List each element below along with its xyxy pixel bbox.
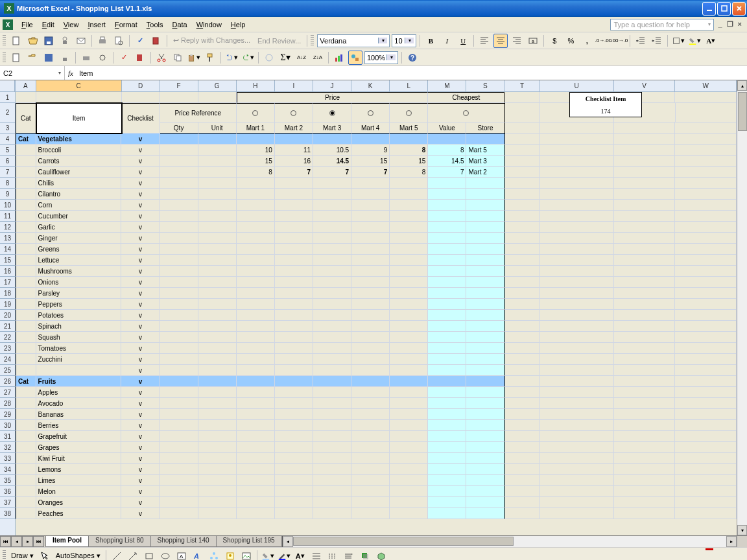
col-header-T[interactable]: T bbox=[504, 80, 540, 91]
cell[interactable] bbox=[614, 189, 676, 200]
cell[interactable] bbox=[540, 277, 614, 288]
cell[interactable] bbox=[675, 354, 737, 365]
cell[interactable] bbox=[160, 167, 198, 178]
oval-button[interactable] bbox=[158, 549, 172, 561]
cell[interactable] bbox=[505, 189, 540, 200]
cell[interactable] bbox=[275, 200, 313, 211]
cell[interactable] bbox=[351, 233, 390, 244]
price-radio[interactable] bbox=[329, 110, 335, 116]
cell[interactable] bbox=[16, 475, 36, 486]
cell[interactable] bbox=[428, 321, 466, 332]
cell[interactable]: v bbox=[121, 211, 160, 222]
cell[interactable]: Broccoli bbox=[36, 145, 122, 156]
cell[interactable] bbox=[275, 332, 313, 343]
cell[interactable] bbox=[505, 387, 540, 398]
menu-tools[interactable]: Tools bbox=[142, 19, 168, 30]
cell[interactable] bbox=[505, 244, 540, 255]
row-header[interactable]: 9 bbox=[0, 189, 15, 200]
row-header[interactable]: 13 bbox=[0, 233, 15, 244]
cell[interactable]: Cat bbox=[16, 376, 36, 387]
cell[interactable] bbox=[351, 189, 390, 200]
row-header[interactable]: 36 bbox=[0, 486, 15, 497]
cell[interactable] bbox=[614, 134, 676, 145]
textbox-button[interactable]: A bbox=[174, 549, 189, 561]
cell[interactable] bbox=[466, 134, 504, 145]
cell[interactable] bbox=[160, 354, 198, 365]
cell[interactable] bbox=[675, 497, 737, 508]
cell[interactable]: v bbox=[121, 321, 160, 332]
cell[interactable] bbox=[614, 497, 676, 508]
cell[interactable] bbox=[466, 376, 504, 387]
cell[interactable] bbox=[198, 321, 237, 332]
scroll-right-button[interactable]: ▸ bbox=[726, 536, 737, 547]
new-workbook-icon[interactable] bbox=[9, 34, 23, 48]
cell[interactable]: Cucumber bbox=[36, 211, 122, 222]
cell[interactable]: Avocado bbox=[36, 398, 122, 409]
cell[interactable] bbox=[540, 497, 614, 508]
cell[interactable]: 15 bbox=[237, 156, 275, 167]
cell[interactable] bbox=[614, 398, 676, 409]
cell[interactable] bbox=[160, 92, 198, 103]
cell[interactable] bbox=[390, 365, 428, 376]
cell[interactable] bbox=[198, 178, 237, 189]
3d-button[interactable] bbox=[374, 549, 388, 561]
cell[interactable] bbox=[466, 310, 504, 321]
cell[interactable] bbox=[614, 431, 676, 442]
cell[interactable] bbox=[614, 343, 676, 354]
cell[interactable] bbox=[466, 233, 504, 244]
cell[interactable] bbox=[160, 321, 198, 332]
menu-file[interactable]: File bbox=[17, 19, 38, 30]
cell[interactable] bbox=[16, 167, 36, 178]
cell[interactable] bbox=[198, 332, 237, 343]
cell[interactable] bbox=[16, 420, 36, 431]
cell[interactable] bbox=[237, 387, 275, 398]
cell[interactable] bbox=[198, 244, 237, 255]
cell[interactable]: Grapes bbox=[36, 442, 122, 453]
cell[interactable] bbox=[160, 277, 198, 288]
cell[interactable] bbox=[16, 431, 36, 442]
cell[interactable] bbox=[505, 508, 540, 519]
cell[interactable] bbox=[675, 211, 737, 222]
cell[interactable] bbox=[313, 321, 351, 332]
cell[interactable] bbox=[16, 310, 36, 321]
cell[interactable] bbox=[540, 288, 614, 299]
paste-button[interactable]: ▾ bbox=[187, 51, 201, 65]
cell[interactable] bbox=[390, 376, 428, 387]
cell[interactable] bbox=[428, 398, 466, 409]
cell[interactable] bbox=[540, 475, 614, 486]
cell[interactable] bbox=[16, 321, 36, 332]
cell[interactable]: v bbox=[121, 332, 160, 343]
italic-button[interactable]: I bbox=[440, 34, 454, 48]
spell-check-button[interactable]: ✓ bbox=[117, 51, 131, 65]
cell[interactable] bbox=[160, 145, 198, 156]
cell[interactable]: v bbox=[121, 222, 160, 233]
cell[interactable]: Cilantro bbox=[36, 189, 122, 200]
cell[interactable]: Cat bbox=[16, 103, 36, 134]
cell[interactable] bbox=[466, 420, 504, 431]
cell[interactable] bbox=[466, 486, 504, 497]
col-header-J[interactable]: J bbox=[313, 80, 351, 91]
cell[interactable] bbox=[351, 211, 390, 222]
cell[interactable] bbox=[198, 343, 237, 354]
cell[interactable] bbox=[198, 200, 237, 211]
cell[interactable] bbox=[160, 299, 198, 310]
cell[interactable] bbox=[275, 222, 313, 233]
cell[interactable] bbox=[198, 145, 237, 156]
tab-prev-button[interactable]: ◂ bbox=[11, 536, 22, 547]
cell[interactable] bbox=[313, 354, 351, 365]
sheet-tab[interactable]: Shopping List 140 bbox=[150, 536, 217, 547]
cell[interactable] bbox=[351, 277, 390, 288]
cell[interactable] bbox=[466, 398, 504, 409]
cell[interactable] bbox=[237, 475, 275, 486]
cell[interactable]: 7 bbox=[313, 167, 351, 178]
cell[interactable] bbox=[540, 420, 614, 431]
cell[interactable] bbox=[614, 332, 676, 343]
cell[interactable] bbox=[16, 442, 36, 453]
cell[interactable] bbox=[466, 332, 504, 343]
cell[interactable] bbox=[275, 387, 313, 398]
cell[interactable] bbox=[275, 277, 313, 288]
cell[interactable]: 14.5 bbox=[313, 156, 351, 167]
col-header-K[interactable]: K bbox=[351, 80, 390, 91]
cell[interactable] bbox=[16, 178, 36, 189]
autosum-button[interactable]: Σ▾ bbox=[278, 51, 292, 65]
